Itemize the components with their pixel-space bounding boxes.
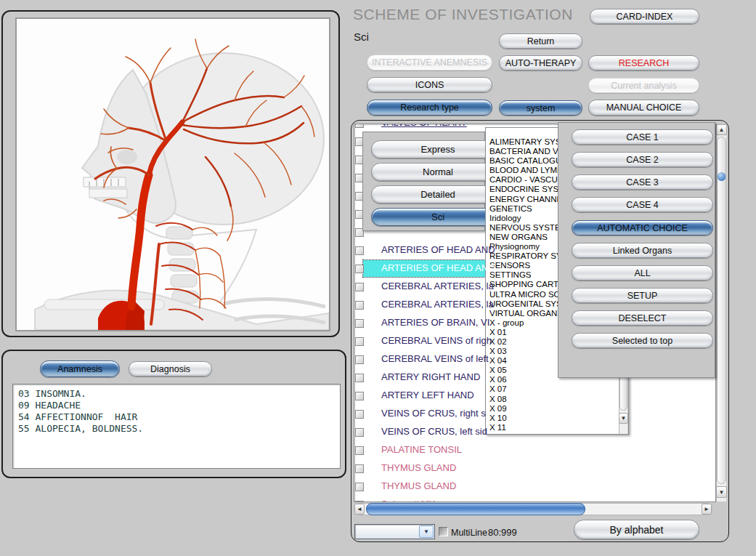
manual-choice-button[interactable]: MANUAL CHOICE [588, 100, 699, 116]
organ-label: CEREBRAL ARTERIES, la [381, 299, 494, 310]
organ-checkbox[interactable] [355, 392, 364, 400]
system-menu-item[interactable]: X 09 [486, 404, 628, 414]
organ-label: VALVES OF HEART [381, 124, 467, 128]
organ-checkbox[interactable] [355, 464, 364, 473]
case-panel-button[interactable]: CASE 2 [572, 152, 713, 167]
organ-label: ARTERIES OF HEAD AND [381, 244, 495, 255]
list-counter: 80:999 [488, 527, 517, 538]
scroll-down-button[interactable]: ▼ [716, 486, 727, 498]
organ-label: CEREBRAL VEINS of left [381, 353, 489, 364]
organ-checkbox[interactable] [355, 446, 364, 455]
scroll-up-button[interactable]: ▲ [716, 124, 727, 135]
system-button[interactable]: system [499, 100, 582, 116]
case-panel-button[interactable]: AUTOMATIC CHOICE [572, 220, 713, 235]
system-menu-item[interactable]: X 07 [486, 384, 628, 394]
organ-checkbox[interactable] [355, 483, 364, 491]
organ-list-row[interactable]: PALATINE TONSIL [354, 441, 715, 459]
organ-label: ARTERIES OF HEAD AND [381, 262, 495, 273]
organ-checkbox[interactable] [355, 265, 364, 273]
organ-checkbox[interactable] [355, 124, 364, 128]
organ-label: VEINS OF CRUS, left sid [381, 426, 487, 437]
icons-button[interactable]: ICONS [367, 77, 492, 92]
organ-hscroll-thumb[interactable] [366, 503, 585, 515]
case-panel-button[interactable]: SETUP [572, 288, 713, 303]
case-panel-button[interactable]: CASE 1 [572, 129, 713, 145]
scroll-left-button[interactable]: ◄ [354, 504, 365, 515]
by-alphabet-button[interactable]: By alphabet [574, 520, 699, 539]
case-panel-button[interactable]: CASE 3 [572, 174, 713, 190]
organ-checkbox[interactable] [355, 501, 364, 501]
organ-checkbox[interactable] [355, 301, 364, 310]
organ-label: CEREBRAL ARTERIES, la [381, 281, 494, 291]
research-type-button[interactable]: Research type [367, 100, 492, 116]
organ-checkbox[interactable] [355, 246, 364, 255]
tab-diagnosis[interactable]: Diagnosis [129, 361, 212, 376]
system-menu-scroll-down-button[interactable]: ▼ [619, 413, 628, 424]
anatomy-illustration [17, 19, 329, 330]
organ-vscroll-thumb[interactable] [717, 137, 726, 484]
anamnesis-entry: 03 INSOMNIA. [18, 388, 340, 400]
tab-anamnesis[interactable]: Anamnesis [40, 360, 120, 377]
down-arrow-icon: ▼ [621, 415, 627, 422]
current-mode-label: Sci [354, 31, 369, 43]
system-menu-item[interactable]: X 10 [486, 414, 628, 423]
return-button[interactable]: Return [499, 33, 582, 49]
multiline-checkbox[interactable] [439, 527, 448, 536]
organ-label: CEREBRAL VEINS of righ [381, 335, 492, 346]
anamnesis-entry: 09 HEADACHE [18, 400, 340, 411]
page-title: SCHEME OF INVESTIGATION [353, 6, 573, 23]
organ-label: ARTERIES OF BRAIN, VI [381, 317, 489, 328]
organ-label: VEINS OF CRUS, right s [381, 408, 486, 419]
organ-checkbox[interactable] [355, 319, 364, 328]
organ-checkbox[interactable] [355, 410, 364, 419]
organ-label: Spleen # MK [381, 499, 435, 501]
down-arrow-icon: ▼ [719, 489, 725, 496]
organ-list-row[interactable]: Spleen # MK [354, 496, 715, 501]
auto-therapy-button[interactable]: AUTO-THERAPY [499, 55, 582, 70]
case-panel-button[interactable]: ALL [572, 265, 713, 281]
current-analysis-button: Current analysis [588, 78, 699, 93]
case-panel-button[interactable]: DESELECT [572, 310, 713, 326]
card-index-button[interactable]: CARD-INDEX [590, 9, 699, 24]
system-menu-item[interactable]: X 08 [486, 395, 628, 404]
organ-checkbox[interactable] [355, 355, 364, 364]
case-panel-button[interactable]: Selected to top [572, 333, 713, 348]
organ-checkbox[interactable] [355, 283, 364, 291]
scroll-right-button[interactable]: ► [702, 504, 712, 515]
organ-label: ARTERY LEFT HAND [381, 390, 474, 400]
combo-arrow-icon: ▼ [423, 528, 429, 535]
case-panel-buttons: CASE 1 CASE 2 CASE 3 CASE 4 AUTOMATIC CH… [572, 129, 713, 355]
organ-list-row[interactable]: THYMUS GLAND [354, 478, 715, 496]
up-arrow-icon: ▲ [719, 126, 725, 133]
anatomy-image-box [15, 17, 330, 331]
anamnesis-text-box[interactable]: 03 INSOMNIA. 09 HEADACHE 54 AFFECTIONNOF… [12, 384, 341, 469]
vscroll-blue-marker [718, 172, 725, 181]
multiline-label: MultiLine [451, 528, 487, 538]
case-panel-button[interactable]: CASE 4 [572, 197, 713, 212]
interactive-anamnesis-button: INTERACTIVE ANEMNESIS [367, 55, 492, 70]
organ-list-row[interactable]: THYMUS GLAND [354, 459, 715, 478]
organ-checkbox[interactable] [355, 428, 364, 437]
case-panel-button[interactable]: Linked Organs [572, 243, 713, 258]
organ-checkbox[interactable] [355, 337, 364, 346]
organ-checkbox[interactable] [355, 374, 364, 382]
organ-label: PALATINE TONSIL [381, 444, 462, 455]
organ-label: ARTERY RIGHT HAND [381, 371, 480, 382]
research-button[interactable]: RESEARCH [588, 55, 699, 70]
anamnesis-entry: 54 AFFECTIONNOF HAIR [18, 411, 340, 423]
combobox-dropdown-button[interactable]: ▼ [419, 525, 434, 538]
anamnesis-entry: 55 ALOPECIA, BOLDNESS. [18, 423, 340, 435]
system-menu-item[interactable]: X 11 [486, 423, 628, 432]
organ-label: THYMUS GLAND [381, 462, 456, 473]
left-arrow-icon: ◄ [357, 506, 362, 512]
organ-label: THYMUS GLAND [381, 480, 456, 491]
right-arrow-icon: ► [704, 506, 710, 512]
